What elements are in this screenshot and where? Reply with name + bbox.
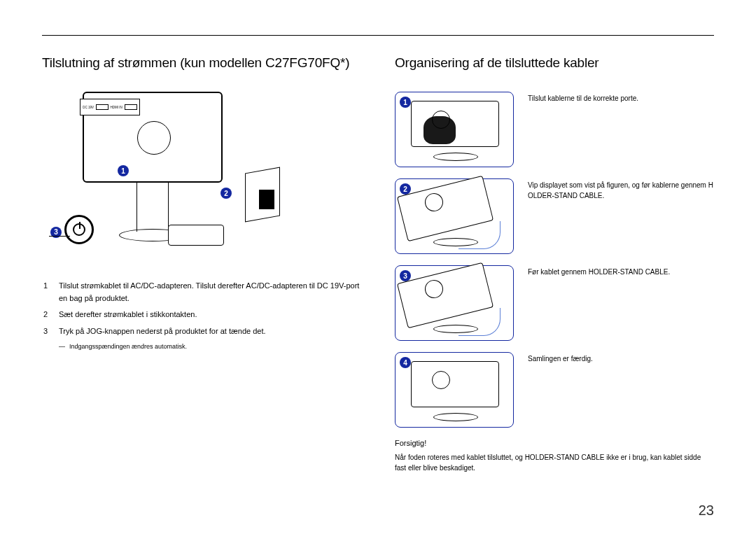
footnote: ― Indgangsspændingen ændres automatisk. [59, 342, 361, 351]
mini-circle-4 [432, 371, 450, 389]
ac-plug [259, 190, 274, 209]
cable-line-2 [458, 221, 500, 249]
instruction-3-text: Tryk på JOG-knappen nederst på produktet… [59, 325, 361, 338]
step-4-figure: 4 [395, 352, 514, 428]
vesa-circle [137, 121, 171, 155]
mini-base-1 [433, 153, 478, 161]
instruction-list: 1 Tilslut strømkablet til AC/DC-adaptere… [43, 280, 361, 352]
step-3-figure: 3 [395, 265, 514, 341]
dc-port-slot [96, 104, 108, 110]
step-4-row: 4 Samlingen er færdig. [395, 352, 714, 428]
instruction-1-num: 1 [43, 280, 52, 304]
step-2-figure: 2 [395, 178, 514, 254]
footnote-dash: ― [59, 342, 65, 351]
step-2-text: Vip displayet som vist på figuren, og fø… [528, 178, 714, 201]
instruction-3-num: 3 [43, 325, 52, 338]
step-1-badge: 1 [400, 97, 411, 108]
step-3-text: Før kablet gennem HOLDER-STAND CABLE. [528, 265, 670, 277]
step-1-row: 1 Tilslut kablerne til de korrekte porte… [395, 92, 714, 167]
callout-1-badge: 1 [118, 165, 129, 176]
step-1-figure: 1 [395, 92, 514, 167]
caution-text: Når foden roteres med kablet tilsluttet,… [395, 452, 714, 473]
footnote-text: Indgangsspændingen ændres automatisk. [69, 342, 187, 351]
left-column: Tilslutning af strømmen (kun modellen C2… [42, 55, 361, 473]
instruction-1: 1 Tilslut strømkablet til AC/DC-adaptere… [43, 280, 361, 304]
stand-neck [136, 183, 169, 232]
right-column: Organisering af de tilsluttede kabler 1 … [395, 55, 714, 473]
hdmi-port-slot [125, 104, 137, 110]
hdmi-port-label: HDMI IN [111, 106, 122, 109]
instruction-2-text: Sæt derefter strømkablet i stikkontakten… [59, 309, 361, 321]
top-divider [42, 35, 714, 36]
left-heading: Tilslutning af strømmen (kun modellen C2… [42, 55, 361, 71]
step-2-row: 2 Vip displayet som vist på figuren, og … [395, 178, 714, 254]
mini-base-4 [433, 413, 478, 421]
cable-steps: 1 Tilslut kablerne til de korrekte porte… [395, 92, 714, 428]
step-3-row: 3 Før kablet gennem HOLDER-STAND CABLE. [395, 265, 714, 341]
power-adapter [168, 225, 224, 246]
instruction-2-num: 2 [43, 309, 52, 321]
step-4-text: Samlingen er færdig. [528, 352, 593, 364]
step-4-badge: 4 [400, 357, 411, 368]
power-connection-illustration: DC 19V HDMI IN 1 2 3 [70, 92, 308, 263]
right-heading: Organisering af de tilsluttede kabler [395, 55, 714, 71]
port-panel: DC 19V HDMI IN [80, 99, 140, 115]
cable-line-3 [458, 308, 500, 336]
page-number: 23 [699, 503, 714, 519]
mini-monitor-4 [411, 361, 499, 407]
instruction-2: 2 Sæt derefter strømkablet i stikkontakt… [43, 309, 361, 321]
dc-port-label: DC 19V [83, 106, 94, 109]
caution-title: Forsigtig! [395, 437, 714, 449]
hand-icon-1 [424, 116, 456, 144]
instruction-3: 3 Tryk på JOG-knappen nederst på produkt… [43, 325, 361, 338]
monitor-back: DC 19V HDMI IN [83, 92, 223, 183]
caution-block: Forsigtig! Når foden roteres med kablet … [395, 437, 714, 473]
instruction-1-text: Tilslut strømkablet til AC/DC-adapteren.… [59, 280, 361, 304]
step-1-text: Tilslut kablerne til de korrekte porte. [528, 92, 638, 104]
callout-2-badge: 2 [220, 188, 232, 199]
hand-press-lines [49, 236, 70, 250]
